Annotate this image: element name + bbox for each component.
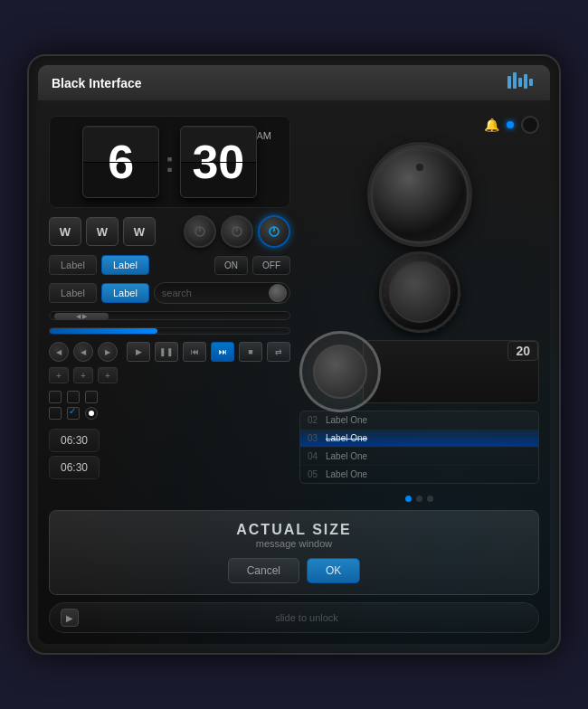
svg-rect-2 <box>518 78 522 87</box>
label-btn-3[interactable]: Label <box>49 283 97 303</box>
list-label-1: Label One <box>326 433 367 443</box>
toggle-row-2: Label Label search <box>49 282 290 304</box>
ok-button[interactable]: OK <box>307 558 360 583</box>
off-button[interactable]: OFF <box>252 256 290 275</box>
w-button-1[interactable]: W <box>49 217 81 246</box>
list-item-3[interactable]: 05 Label One <box>300 466 538 483</box>
led-indicator <box>507 121 514 128</box>
checkbox-2[interactable] <box>67 391 80 403</box>
add-btn-3[interactable]: + <box>98 367 118 383</box>
flip-clock-section: AM 6 : 30 <box>49 116 290 208</box>
flip-hour: 6 <box>82 126 159 198</box>
number-panel: 20 <box>363 340 539 403</box>
label-btn-4[interactable]: Label <box>101 283 149 303</box>
toggle-row-1: Label Label ON OFF <box>49 255 290 275</box>
list-num-1: 03 <box>308 433 326 443</box>
flip-minute: 30 <box>180 126 257 198</box>
slide-to-unlock[interactable]: ▶ slide to unlock <box>49 602 539 633</box>
circle-btn-3[interactable]: ▶ <box>98 342 118 362</box>
main-panel: AM 6 : 30 W W W <box>38 105 550 644</box>
prev-button[interactable]: ⏮ <box>183 342 206 362</box>
w-buttons-row: W W W <box>49 215 290 248</box>
dial-section: 20 <box>299 340 539 403</box>
dot-0[interactable] <box>405 496 412 502</box>
media-section: ◀ ◀ ▶ ▶ ❚❚ ⏮ ⏭ ■ ⇄ + + + <box>49 342 290 383</box>
flip-separator: : <box>165 146 175 179</box>
list-item-0[interactable]: 02 Label One <box>300 411 538 430</box>
list-item-2[interactable]: 04 Label One <box>300 448 538 466</box>
checkbox-3[interactable] <box>85 391 98 403</box>
slide-arrow[interactable]: ▶ <box>61 609 79 627</box>
circle-btn-1[interactable]: ◀ <box>49 342 69 362</box>
large-knob[interactable] <box>370 145 469 244</box>
checkbox-section <box>49 391 290 420</box>
am-pm-label: AM <box>257 130 272 141</box>
checkbox-4[interactable] <box>49 407 62 420</box>
list-label-0: Label One <box>326 415 367 425</box>
svg-rect-0 <box>507 76 511 89</box>
slider-thumb[interactable] <box>269 284 287 302</box>
svg-rect-1 <box>513 72 517 89</box>
scroll-right-arrow: ▶ <box>82 313 87 320</box>
power-button-1[interactable] <box>184 215 216 248</box>
flip-clock-row-wrapper: AM 6 : 30 <box>59 126 280 198</box>
right-column: 🔔 <box>299 116 539 506</box>
label-btn-1[interactable]: Label <box>49 255 97 275</box>
pagination-dots <box>299 491 539 506</box>
shuffle-button[interactable]: ⇄ <box>267 342 290 362</box>
dot-2[interactable] <box>427 496 433 502</box>
magnify-inner[interactable] <box>313 345 367 399</box>
list-label-2: Label One <box>326 451 367 461</box>
list-num-2: 04 <box>308 451 326 461</box>
time-tag-2: 06:30 <box>49 456 100 479</box>
svg-rect-3 <box>524 74 527 89</box>
on-button[interactable]: ON <box>214 256 248 275</box>
next-button[interactable]: ⏭ <box>211 342 234 362</box>
scrollbar-track[interactable]: ◀ ▶ <box>49 311 290 320</box>
top-indicators: 🔔 <box>299 116 539 134</box>
checkbox-row-2 <box>49 407 290 420</box>
bell-icon: 🔔 <box>484 118 499 132</box>
list-num-3: 05 <box>308 469 326 479</box>
search-placeholder: search <box>162 288 192 298</box>
add-btn-1[interactable]: + <box>49 367 69 383</box>
label-btn-2[interactable]: Label <box>101 255 149 275</box>
stop-button[interactable]: ■ <box>239 342 262 362</box>
pause-button[interactable]: ❚❚ <box>155 342 178 362</box>
scrollbar-thumb[interactable]: ◀ ▶ <box>54 313 109 320</box>
medium-knob-wrapper <box>299 251 539 333</box>
scroll-left-arrow: ◀ <box>76 313 81 320</box>
number-display: 20 <box>507 341 538 361</box>
svg-point-11 <box>384 257 460 333</box>
title-bar: Black Interface <box>38 65 550 100</box>
list-num-0: 02 <box>308 415 326 425</box>
list-section: 02 Label One 03 Label One 04 Label One 0… <box>299 411 539 484</box>
magnify-overlay <box>299 331 381 412</box>
device-frame: Black Interface AM 6 : <box>27 54 561 655</box>
power-button-2[interactable] <box>221 215 253 248</box>
knob-ring <box>367 142 472 247</box>
slide-text: slide to unlock <box>86 612 527 623</box>
svg-rect-4 <box>529 79 533 86</box>
dialog-buttons: Cancel OK <box>61 558 527 583</box>
app-title: Black Interface <box>52 76 142 90</box>
dot-1[interactable] <box>416 496 422 502</box>
power-button-3[interactable] <box>258 215 290 248</box>
bottom-section: ACTUAL SIZE message window Cancel OK ▶ s… <box>49 510 539 633</box>
play-button[interactable]: ▶ <box>127 342 150 362</box>
radio-1-checked[interactable] <box>85 407 98 420</box>
circle-btn-2[interactable]: ◀ <box>73 342 93 362</box>
medium-knob[interactable] <box>379 251 460 333</box>
search-slider[interactable]: search <box>154 282 290 304</box>
add-btn-2[interactable]: + <box>73 367 93 383</box>
dialog-title: ACTUAL SIZE <box>61 522 527 538</box>
list-label-3: Label One <box>326 469 367 479</box>
checkbox-1[interactable] <box>49 391 62 403</box>
power-circle <box>521 116 539 134</box>
w-button-3[interactable]: W <box>123 217 156 246</box>
list-item-1[interactable]: 03 Label One <box>300 430 538 448</box>
w-button-2[interactable]: W <box>86 217 119 246</box>
progress-bar-track <box>49 327 290 335</box>
cancel-button[interactable]: Cancel <box>228 558 299 583</box>
checkbox-5-checked[interactable] <box>67 407 80 420</box>
